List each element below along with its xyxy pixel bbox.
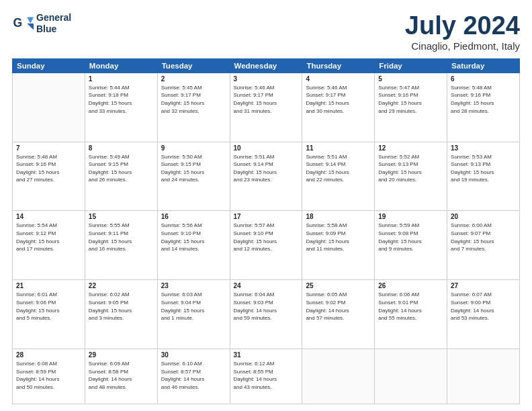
calendar-col-wednesday: Wednesday bbox=[230, 58, 302, 73]
page: G General Blue July 2024 Cinaglio, Piedm… bbox=[0, 0, 532, 411]
logo-text: General Blue bbox=[36, 12, 71, 35]
day-info: Sunrise: 5:47 AMSunset: 9:16 PMDaylight:… bbox=[378, 84, 443, 115]
calendar-cell: 1Sunrise: 5:44 AMSunset: 9:18 PMDaylight… bbox=[85, 73, 157, 142]
calendar-cell: 13Sunrise: 5:53 AMSunset: 9:13 PMDayligh… bbox=[447, 142, 520, 211]
day-info: Sunrise: 5:45 AMSunset: 9:17 PMDaylight:… bbox=[161, 84, 226, 115]
day-number: 24 bbox=[234, 282, 299, 289]
title-block: July 2024 Cinaglio, Piedmont, Italy bbox=[405, 12, 520, 52]
day-info: Sunrise: 6:04 AMSunset: 9:03 PMDaylight:… bbox=[234, 291, 299, 322]
day-info: Sunrise: 5:59 AMSunset: 9:08 PMDaylight:… bbox=[378, 222, 443, 253]
header: G General Blue July 2024 Cinaglio, Piedm… bbox=[12, 12, 520, 52]
day-info: Sunrise: 5:51 AMSunset: 9:14 PMDaylight:… bbox=[234, 153, 299, 184]
day-number: 30 bbox=[161, 351, 226, 359]
calendar-col-thursday: Thursday bbox=[302, 58, 375, 73]
calendar-week-row: 28Sunrise: 6:08 AMSunset: 8:59 PMDayligh… bbox=[13, 349, 520, 404]
calendar-cell: 2Sunrise: 5:45 AMSunset: 9:17 PMDaylight… bbox=[157, 73, 230, 142]
calendar-cell: 9Sunrise: 5:50 AMSunset: 9:15 PMDaylight… bbox=[157, 142, 230, 211]
calendar-col-tuesday: Tuesday bbox=[157, 58, 230, 73]
calendar-col-monday: Monday bbox=[85, 58, 157, 73]
day-number: 10 bbox=[234, 144, 299, 152]
calendar-cell: 27Sunrise: 6:07 AMSunset: 9:00 PMDayligh… bbox=[447, 280, 520, 349]
calendar-cell: 8Sunrise: 5:49 AMSunset: 9:15 PMDaylight… bbox=[85, 142, 157, 211]
calendar-week-row: 1Sunrise: 5:44 AMSunset: 9:18 PMDaylight… bbox=[13, 73, 520, 142]
day-info: Sunrise: 6:02 AMSunset: 9:05 PMDaylight:… bbox=[89, 291, 154, 322]
day-info: Sunrise: 5:50 AMSunset: 9:15 PMDaylight:… bbox=[161, 153, 226, 184]
day-number: 21 bbox=[16, 282, 81, 289]
day-info: Sunrise: 5:53 AMSunset: 9:13 PMDaylight:… bbox=[451, 153, 516, 184]
day-info: Sunrise: 6:05 AMSunset: 9:02 PMDaylight:… bbox=[306, 291, 371, 322]
calendar-col-sunday: Sunday bbox=[13, 58, 85, 73]
day-info: Sunrise: 6:09 AMSunset: 8:58 PMDaylight:… bbox=[89, 360, 154, 391]
calendar-week-row: 21Sunrise: 6:01 AMSunset: 9:06 PMDayligh… bbox=[13, 280, 520, 349]
day-number: 26 bbox=[378, 282, 443, 289]
calendar-cell: 24Sunrise: 6:04 AMSunset: 9:03 PMDayligh… bbox=[230, 280, 302, 349]
day-number: 31 bbox=[234, 351, 299, 359]
calendar-cell: 26Sunrise: 6:06 AMSunset: 9:01 PMDayligh… bbox=[375, 280, 447, 349]
day-number: 14 bbox=[16, 213, 81, 220]
day-number: 17 bbox=[234, 213, 299, 220]
day-info: Sunrise: 6:06 AMSunset: 9:01 PMDaylight:… bbox=[378, 291, 443, 322]
day-info: Sunrise: 5:49 AMSunset: 9:15 PMDaylight:… bbox=[89, 153, 154, 184]
day-info: Sunrise: 6:08 AMSunset: 8:59 PMDaylight:… bbox=[16, 360, 81, 391]
day-number: 22 bbox=[89, 282, 154, 289]
day-info: Sunrise: 5:44 AMSunset: 9:18 PMDaylight:… bbox=[89, 84, 154, 115]
calendar-cell: 29Sunrise: 6:09 AMSunset: 8:58 PMDayligh… bbox=[85, 349, 157, 404]
day-number: 27 bbox=[451, 282, 516, 289]
calendar-cell: 10Sunrise: 5:51 AMSunset: 9:14 PMDayligh… bbox=[230, 142, 302, 211]
calendar-week-row: 14Sunrise: 5:54 AMSunset: 9:12 PMDayligh… bbox=[13, 211, 520, 280]
day-number: 15 bbox=[89, 213, 154, 220]
calendar-cell: 18Sunrise: 5:58 AMSunset: 9:09 PMDayligh… bbox=[302, 211, 375, 280]
day-info: Sunrise: 6:07 AMSunset: 9:00 PMDaylight:… bbox=[451, 291, 516, 322]
day-number: 16 bbox=[161, 213, 226, 220]
calendar-cell: 22Sunrise: 6:02 AMSunset: 9:05 PMDayligh… bbox=[85, 280, 157, 349]
logo-line2: Blue bbox=[36, 24, 56, 34]
general-blue-logo-icon: G bbox=[12, 13, 34, 34]
day-number: 20 bbox=[451, 213, 516, 220]
day-number: 18 bbox=[306, 213, 371, 220]
day-info: Sunrise: 5:46 AMSunset: 9:17 PMDaylight:… bbox=[234, 84, 299, 115]
calendar-cell bbox=[302, 349, 375, 404]
day-info: Sunrise: 6:10 AMSunset: 8:57 PMDaylight:… bbox=[161, 360, 226, 391]
calendar-header-row: SundayMondayTuesdayWednesdayThursdayFrid… bbox=[13, 58, 520, 73]
calendar-col-friday: Friday bbox=[375, 58, 447, 73]
calendar-cell: 25Sunrise: 6:05 AMSunset: 9:02 PMDayligh… bbox=[302, 280, 375, 349]
day-number: 8 bbox=[89, 144, 154, 152]
day-number: 4 bbox=[306, 75, 371, 83]
day-number: 2 bbox=[161, 75, 226, 83]
calendar-cell bbox=[375, 349, 447, 404]
calendar-cell: 7Sunrise: 5:48 AMSunset: 9:16 PMDaylight… bbox=[13, 142, 85, 211]
logo: G General Blue bbox=[12, 12, 71, 35]
calendar-cell: 17Sunrise: 5:57 AMSunset: 9:10 PMDayligh… bbox=[230, 211, 302, 280]
day-number: 19 bbox=[378, 213, 443, 220]
day-info: Sunrise: 5:57 AMSunset: 9:10 PMDaylight:… bbox=[234, 222, 299, 253]
day-info: Sunrise: 6:03 AMSunset: 9:04 PMDaylight:… bbox=[161, 291, 226, 322]
calendar-cell: 5Sunrise: 5:47 AMSunset: 9:16 PMDaylight… bbox=[375, 73, 447, 142]
day-number: 29 bbox=[89, 351, 154, 359]
day-info: Sunrise: 5:55 AMSunset: 9:11 PMDaylight:… bbox=[89, 222, 154, 253]
calendar-cell: 4Sunrise: 5:46 AMSunset: 9:17 PMDaylight… bbox=[302, 73, 375, 142]
calendar-cell: 14Sunrise: 5:54 AMSunset: 9:12 PMDayligh… bbox=[13, 211, 85, 280]
day-info: Sunrise: 5:52 AMSunset: 9:13 PMDaylight:… bbox=[378, 153, 443, 184]
calendar-week-row: 7Sunrise: 5:48 AMSunset: 9:16 PMDaylight… bbox=[13, 142, 520, 211]
day-number: 6 bbox=[451, 75, 516, 83]
calendar-cell bbox=[447, 349, 520, 404]
day-number: 12 bbox=[378, 144, 443, 152]
day-info: Sunrise: 5:48 AMSunset: 9:16 PMDaylight:… bbox=[451, 84, 516, 115]
day-info: Sunrise: 5:56 AMSunset: 9:10 PMDaylight:… bbox=[161, 222, 226, 253]
day-info: Sunrise: 5:58 AMSunset: 9:09 PMDaylight:… bbox=[306, 222, 371, 253]
day-info: Sunrise: 6:01 AMSunset: 9:06 PMDaylight:… bbox=[16, 291, 81, 322]
day-info: Sunrise: 5:48 AMSunset: 9:16 PMDaylight:… bbox=[16, 153, 81, 184]
calendar-cell: 28Sunrise: 6:08 AMSunset: 8:59 PMDayligh… bbox=[13, 349, 85, 404]
day-number: 3 bbox=[234, 75, 299, 83]
calendar-cell: 3Sunrise: 5:46 AMSunset: 9:17 PMDaylight… bbox=[230, 73, 302, 142]
calendar-cell: 15Sunrise: 5:55 AMSunset: 9:11 PMDayligh… bbox=[85, 211, 157, 280]
calendar-cell: 6Sunrise: 5:48 AMSunset: 9:16 PMDaylight… bbox=[447, 73, 520, 142]
calendar-table: SundayMondayTuesdayWednesdayThursdayFrid… bbox=[12, 58, 520, 404]
calendar-cell: 12Sunrise: 5:52 AMSunset: 9:13 PMDayligh… bbox=[375, 142, 447, 211]
day-number: 28 bbox=[16, 351, 81, 359]
month-title: July 2024 bbox=[405, 12, 520, 40]
calendar-col-saturday: Saturday bbox=[447, 58, 520, 73]
calendar-cell: 19Sunrise: 5:59 AMSunset: 9:08 PMDayligh… bbox=[375, 211, 447, 280]
calendar-cell: 23Sunrise: 6:03 AMSunset: 9:04 PMDayligh… bbox=[157, 280, 230, 349]
day-number: 9 bbox=[161, 144, 226, 152]
